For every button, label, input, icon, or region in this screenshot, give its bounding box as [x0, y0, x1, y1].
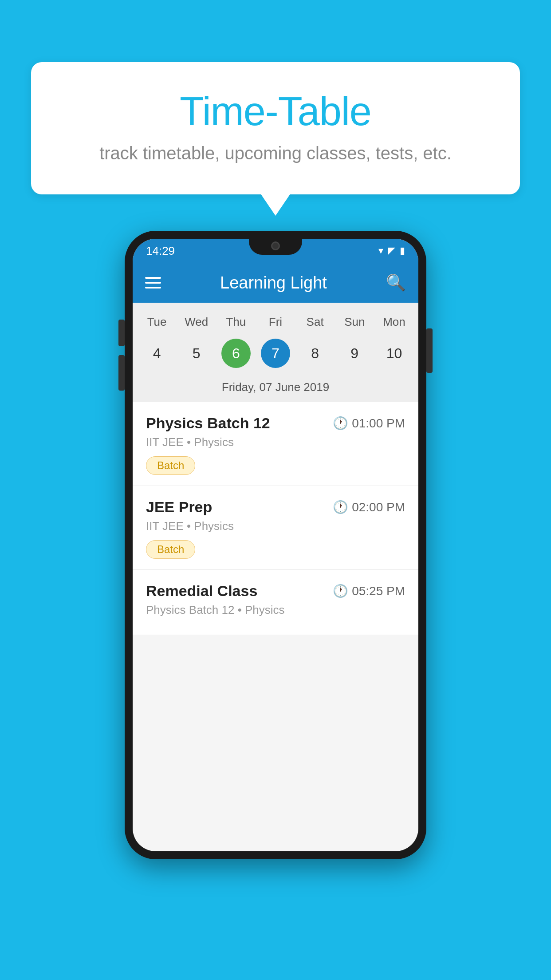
calendar: Tue Wed Thu Fri Sat Sun Mon 4 5 [133, 303, 418, 402]
day-sat: Sat [295, 312, 335, 332]
day-wed: Wed [177, 312, 216, 332]
date-5[interactable]: 5 [177, 336, 216, 371]
speech-bubble: Time-Table track timetable, upcoming cla… [31, 62, 520, 194]
day-tue: Tue [137, 312, 177, 332]
phone-camera [271, 241, 280, 250]
phone: 14:29 ▾ ◤ ▮ Learning Light 🔍 [125, 231, 426, 859]
schedule-title-1: Physics Batch 12 [146, 415, 270, 432]
schedule-item-jee[interactable]: JEE Prep 🕐 02:00 PM IIT JEE • Physics Ba… [133, 486, 418, 570]
date-circle-9: 9 [340, 339, 369, 368]
phone-screen: 14:29 ▾ ◤ ▮ Learning Light 🔍 [133, 239, 418, 851]
calendar-days-header: Tue Wed Thu Fri Sat Sun Mon [133, 312, 418, 332]
date-circle-10: 10 [379, 339, 409, 368]
batch-badge-1: Batch [146, 456, 195, 475]
phone-container: 14:29 ▾ ◤ ▮ Learning Light 🔍 [125, 231, 426, 859]
date-10[interactable]: 10 [374, 336, 414, 371]
schedule-time-1: 🕐 01:00 PM [333, 416, 405, 431]
date-4[interactable]: 4 [137, 336, 177, 371]
schedule-item-remedial[interactable]: Remedial Class 🕐 05:25 PM Physics Batch … [133, 570, 418, 635]
date-circle-8: 8 [300, 339, 330, 368]
menu-button[interactable] [145, 277, 161, 288]
volume-up-button[interactable] [118, 320, 125, 346]
schedule-time-2: 🕐 02:00 PM [333, 500, 405, 514]
speech-bubble-container: Time-Table track timetable, upcoming cla… [31, 62, 520, 194]
schedule-list: Physics Batch 12 🕐 01:00 PM IIT JEE • Ph… [133, 402, 418, 635]
day-sun: Sun [335, 312, 374, 332]
schedule-title-2: JEE Prep [146, 498, 212, 516]
schedule-item-header-2: JEE Prep 🕐 02:00 PM [146, 498, 405, 516]
signal-icon: ◤ [388, 245, 395, 257]
status-time: 14:29 [146, 244, 175, 258]
date-7[interactable]: 7 [256, 336, 295, 371]
date-circle-5: 5 [182, 339, 211, 368]
bubble-title: Time-Table [67, 89, 484, 134]
schedule-time-value-3: 05:25 PM [352, 584, 405, 598]
top-app-bar: Learning Light 🔍 [133, 263, 418, 303]
date-8[interactable]: 8 [295, 336, 335, 371]
day-fri: Fri [256, 312, 295, 332]
batch-badge-2: Batch [146, 540, 195, 559]
day-thu: Thu [216, 312, 256, 332]
clock-icon-1: 🕐 [333, 416, 348, 431]
date-circle-7-selected: 7 [261, 339, 290, 368]
date-9[interactable]: 9 [335, 336, 374, 371]
power-button[interactable] [426, 328, 433, 373]
schedule-title-3: Remedial Class [146, 582, 257, 600]
status-icons: ▾ ◤ ▮ [378, 245, 405, 257]
wifi-icon: ▾ [378, 245, 383, 257]
clock-icon-3: 🕐 [333, 584, 348, 598]
date-circle-4: 4 [142, 339, 172, 368]
schedule-time-3: 🕐 05:25 PM [333, 584, 405, 598]
schedule-subtitle-3: Physics Batch 12 • Physics [146, 603, 405, 617]
schedule-subtitle-1: IIT JEE • Physics [146, 435, 405, 449]
selected-date-label: Friday, 07 June 2019 [133, 376, 418, 402]
bubble-subtitle: track timetable, upcoming classes, tests… [67, 143, 484, 163]
search-icon[interactable]: 🔍 [386, 273, 406, 292]
date-6[interactable]: 6 [216, 336, 256, 371]
day-mon: Mon [374, 312, 414, 332]
schedule-time-value-2: 02:00 PM [352, 500, 405, 514]
app-title: Learning Light [161, 273, 386, 292]
schedule-time-value-1: 01:00 PM [352, 416, 405, 431]
volume-down-button[interactable] [118, 355, 125, 391]
battery-icon: ▮ [400, 245, 405, 257]
schedule-item-header-3: Remedial Class 🕐 05:25 PM [146, 582, 405, 600]
schedule-item-header-1: Physics Batch 12 🕐 01:00 PM [146, 415, 405, 432]
calendar-dates: 4 5 6 7 8 9 [133, 336, 418, 371]
clock-icon-2: 🕐 [333, 500, 348, 514]
schedule-item-physics[interactable]: Physics Batch 12 🕐 01:00 PM IIT JEE • Ph… [133, 402, 418, 486]
date-circle-6-today: 6 [221, 339, 251, 368]
schedule-subtitle-2: IIT JEE • Physics [146, 519, 405, 533]
